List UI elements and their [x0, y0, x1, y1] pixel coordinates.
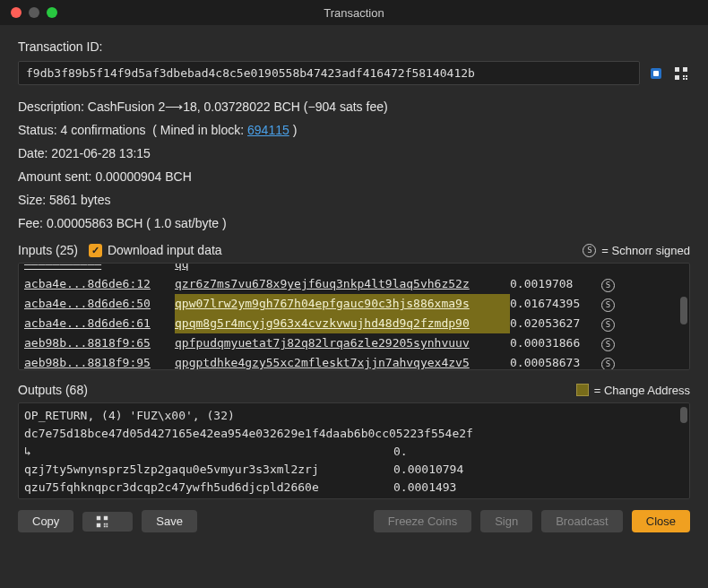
- svg-rect-1: [653, 71, 659, 76]
- freeze-coins-button[interactable]: Freeze Coins: [374, 510, 471, 532]
- input-prevout[interactable]: acba4e...8d6de6:12: [24, 274, 175, 294]
- svg-rect-11: [97, 523, 100, 526]
- output-address[interactable]: qzu75fqhknqpcr3dcqp2c47ywfh5ud6djcpld266…: [24, 479, 393, 497]
- schnorr-icon: S: [601, 318, 615, 332]
- inputs-list[interactable]: ——————————— qq acba4e...8d6de6:12qzr6z7m…: [18, 263, 690, 370]
- copy-button[interactable]: Copy: [18, 510, 73, 532]
- input-prevout[interactable]: aeb98b...8818f9:95: [24, 353, 175, 370]
- window-controls: [0, 7, 57, 18]
- copy-icon[interactable]: [647, 65, 665, 82]
- sign-button[interactable]: Sign: [480, 510, 532, 532]
- button-bar: Copy Save Freeze Coins Sign Broadcast Cl…: [0, 510, 708, 547]
- status-line: Status: 4 confirmations ( Mined in block…: [18, 123, 690, 137]
- output-amount: 0.0001493: [393, 479, 456, 497]
- output-row[interactable]: ↳0.: [24, 443, 684, 461]
- input-address[interactable]: qpgptdhke4gzy55xc2mfleskt7xjjn7ahvqyex4z…: [175, 353, 510, 370]
- input-address[interactable]: qzr6z7ms7vu678x9yejf6uq3nkp4lt9laq5vh6z5…: [175, 274, 510, 294]
- qrcode-icon[interactable]: [672, 65, 690, 82]
- output-opreturn-line2: dc7e75d18bce47d05d427165e42ea954e032629e…: [24, 425, 684, 443]
- output-row[interactable]: qzj7ty5wnynsprz5lzp2gaqu0e5vmyur3s3xml2z…: [24, 461, 684, 479]
- inputs-header: Inputs (25) ✓ Download input data S = Sc…: [18, 243, 690, 257]
- date-line: Date: 2021-06-28 13:15: [18, 146, 690, 160]
- schnorr-legend: = Schnorr signed: [601, 244, 690, 257]
- download-input-checkbox[interactable]: ✓: [89, 244, 102, 257]
- close-window-icon[interactable]: [11, 7, 22, 18]
- outputs-header: Outputs (68) = Change Address: [18, 383, 690, 397]
- svg-rect-13: [107, 525, 108, 527]
- input-row-partial: ——————————— qq: [24, 263, 684, 274]
- svg-rect-5: [683, 75, 685, 77]
- status-value: 4 confirmations: [60, 123, 145, 137]
- input-prevout[interactable]: acba4e...8d6de6:50: [24, 294, 175, 314]
- close-button[interactable]: Close: [632, 510, 690, 532]
- txid-field[interactable]: f9db3f89b5f14f9d5af3dbebad4c8c5e0190558b…: [18, 61, 640, 85]
- input-amount: 0.01674395: [510, 294, 601, 314]
- input-row[interactable]: aeb98b...8818f9:95qpgptdhke4gzy55xc2mfle…: [24, 353, 684, 370]
- description-line: Description: CashFusion 2⟶18, 0.03728022…: [18, 99, 690, 114]
- svg-rect-3: [683, 67, 687, 72]
- svg-rect-10: [104, 515, 108, 519]
- output-amount: 0.: [393, 443, 408, 461]
- svg-rect-12: [104, 523, 106, 524]
- broadcast-button[interactable]: Broadcast: [541, 510, 623, 532]
- change-swatch-icon: [576, 384, 589, 396]
- svg-rect-14: [104, 525, 106, 527]
- amount-value: 0.00000904 BCH: [95, 169, 191, 184]
- schnorr-icon: S: [583, 244, 596, 257]
- minimize-window-icon[interactable]: [29, 7, 39, 18]
- output-address[interactable]: ↳: [24, 443, 393, 461]
- svg-rect-15: [107, 523, 108, 524]
- output-row[interactable]: qz56zt5rtfewz4la0g734dzdqpk8zz5t3stpmx46…: [24, 497, 684, 499]
- inputs-scrollbar[interactable]: [680, 267, 687, 366]
- input-address[interactable]: qpw07lrw2ym9gh767h04epfgauc90c3hjs886xma…: [175, 294, 510, 314]
- input-row[interactable]: acba4e...8d6de6:61qpqm8g5r4mcyjg963x4cvz…: [24, 314, 684, 333]
- svg-rect-4: [675, 75, 679, 80]
- input-address[interactable]: qpfpudqmyuetat7j82q82lrqa6zle29205synhvu…: [175, 333, 510, 353]
- output-row[interactable]: qzu75fqhknqpcr3dcqp2c47ywfh5ud6djcpld266…: [24, 479, 684, 497]
- input-row[interactable]: aeb98b...8818f9:65qpfpudqmyuetat7j82q82l…: [24, 333, 684, 353]
- description-value: CashFusion 2⟶18, 0.03728022 BCH (−904 sa…: [88, 99, 388, 114]
- svg-rect-7: [683, 78, 685, 80]
- save-button[interactable]: Save: [142, 510, 197, 532]
- date-value: 2021-06-28 13:15: [51, 146, 151, 160]
- schnorr-icon: S: [601, 279, 615, 292]
- amount-line: Amount sent: 0.00000904 BCH: [18, 169, 690, 184]
- svg-rect-8: [686, 75, 687, 77]
- input-row[interactable]: acba4e...8d6de6:12qzr6z7ms7vu678x9yejf6u…: [24, 274, 684, 294]
- txid-label: Transaction ID:: [18, 39, 690, 54]
- output-opreturn-line1: OP_RETURN, (4) 'FUZ\x00', (32): [24, 407, 684, 425]
- svg-rect-6: [686, 78, 687, 80]
- input-amount: 0.0019708: [510, 274, 601, 294]
- change-legend: = Change Address: [594, 384, 690, 397]
- download-input-label: Download input data: [108, 243, 222, 257]
- svg-rect-2: [675, 67, 679, 72]
- output-address[interactable]: qz56zt5rtfewz4la0g734dzdqpk8zz5t3stpmx46…: [24, 497, 393, 499]
- input-prevout[interactable]: aeb98b...8818f9:65: [24, 333, 175, 353]
- output-amount: 0.00015285: [393, 497, 463, 499]
- outputs-scrollbar[interactable]: [680, 407, 687, 495]
- schnorr-icon: S: [601, 298, 615, 312]
- fee-value: 0.00005863 BCH ( 1.0 sat/byte ): [47, 216, 227, 230]
- schnorr-icon: S: [601, 358, 615, 371]
- size-line: Size: 5861 bytes: [18, 193, 690, 207]
- input-address[interactable]: qpqm8g5r4mcyjg963x4cvzkvwujhd48d9q2fzmdp…: [175, 314, 510, 333]
- outputs-list[interactable]: OP_RETURN, (4) 'FUZ\x00', (32) dc7e75d18…: [18, 402, 690, 499]
- window-title: Transaction: [0, 6, 708, 20]
- size-value: 5861 bytes: [49, 193, 111, 207]
- svg-rect-9: [97, 515, 100, 519]
- input-amount: 0.00031866: [510, 333, 601, 353]
- schnorr-icon: S: [601, 338, 615, 351]
- block-link[interactable]: 694115: [247, 123, 289, 137]
- input-prevout[interactable]: acba4e...8d6de6:61: [24, 314, 175, 333]
- titlebar: Transaction: [0, 0, 708, 25]
- input-row[interactable]: acba4e...8d6de6:50qpw07lrw2ym9gh767h04ep…: [24, 294, 684, 314]
- input-amount: 0.02053627: [510, 314, 601, 333]
- zoom-window-icon[interactable]: [47, 7, 57, 18]
- qr-button[interactable]: [82, 512, 133, 532]
- input-amount: 0.00058673: [510, 353, 601, 370]
- output-address[interactable]: qzj7ty5wnynsprz5lzp2gaqu0e5vmyur3s3xml2z…: [24, 461, 393, 479]
- output-amount: 0.00010794: [393, 461, 463, 479]
- fee-line: Fee: 0.00005863 BCH ( 1.0 sat/byte ): [18, 216, 690, 230]
